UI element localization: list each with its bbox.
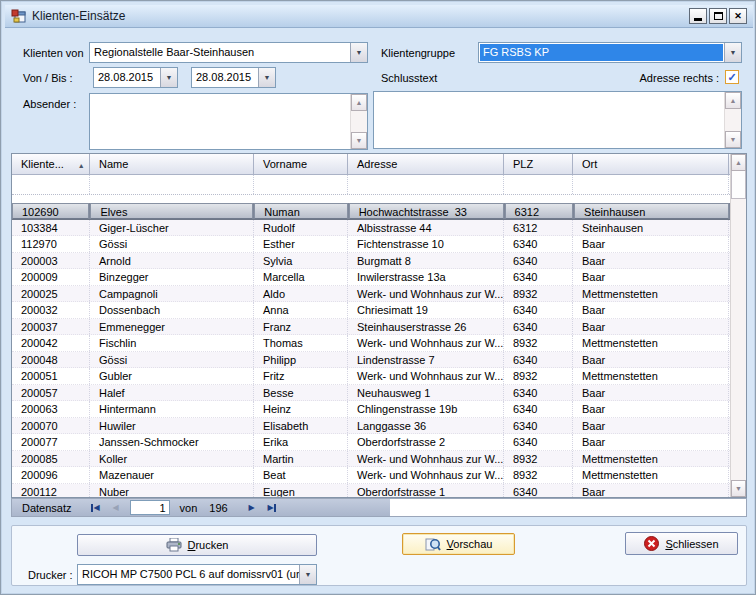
table-cell[interactable]: 200048 [12,352,90,368]
record-position-input[interactable]: 1 [130,500,170,515]
table-cell[interactable]: Gubler [90,368,254,384]
table-cell[interactable]: Thomas [254,335,348,351]
column-header-2[interactable]: Vorname [254,154,348,174]
table-cell[interactable]: Baar [573,401,729,417]
table-cell[interactable]: 200085 [12,451,90,467]
table-cell[interactable]: Halef [90,385,254,401]
drucken-button[interactable]: Drucken [77,534,317,556]
table-row[interactable]: 200032DossenbachAnnaChriesimatt 196340Ba… [12,302,730,319]
table-cell[interactable]: Fritz [254,368,348,384]
table-cell[interactable]: Elves [90,203,253,219]
table-cell[interactable]: 6312 [504,220,573,236]
next-record-button[interactable]: ▶ [242,500,262,515]
table-cell[interactable]: Aldo [254,286,348,302]
table-row[interactable]: 200048GössiPhilippLindenstrasse 76340Baa… [12,352,730,369]
table-cell[interactable]: Steinhausen [573,220,729,236]
schliessen-button[interactable]: Schliessen [625,532,738,555]
table-cell[interactable]: Fischlin [90,335,254,351]
table-cell[interactable]: 6340 [504,385,573,401]
table-cell[interactable]: 6340 [504,434,573,450]
dropdown-button[interactable]: ▼ [724,43,741,62]
table-cell[interactable]: Steinhausen [574,203,729,219]
table-cell[interactable]: Hintermann [90,401,254,417]
filter-cell[interactable] [90,175,254,194]
table-cell[interactable]: Mettmenstetten [573,451,729,467]
table-cell[interactable]: Mettmenstetten [573,368,729,384]
minimize-button[interactable] [689,8,707,24]
table-cell[interactable]: 200070 [12,418,90,434]
filter-cell[interactable] [504,175,573,194]
table-cell[interactable]: Baar [573,484,729,498]
scroll-down-icon[interactable]: ▼ [351,132,367,149]
table-cell[interactable]: Baar [573,253,729,269]
scrollbar[interactable]: ▲ ▼ [350,94,367,149]
table-cell[interactable]: 6340 [504,253,573,269]
table-cell[interactable]: 6340 [504,418,573,434]
table-cell[interactable]: Huwiler [90,418,254,434]
table-cell[interactable]: 200112 [12,484,90,498]
table-cell[interactable]: Anna [254,302,348,318]
table-cell[interactable]: 102690 [12,203,89,219]
table-cell[interactable]: 6340 [504,484,573,498]
table-cell[interactable]: Burgmatt 8 [348,253,504,269]
dropdown-button[interactable]: ▼ [299,565,316,584]
table-cell[interactable]: Werk- und Wohnhaus zur W... [348,286,504,302]
table-cell[interactable]: Esther [254,236,348,252]
table-cell[interactable]: Dossenbach [90,302,254,318]
filter-cell[interactable] [254,175,348,194]
table-row[interactable]: 200096MazenauerBeatWerk- und Wohnhaus zu… [12,467,730,484]
klienten-von-combobox[interactable]: Regionalstelle Baar-Steinhausen ▼ [89,42,368,63]
table-cell[interactable]: Baar [573,302,729,318]
schlusstext-textarea[interactable]: ▲ ▼ [373,91,742,149]
table-cell[interactable]: Heinz [254,401,348,417]
table-cell[interactable]: 8932 [504,467,573,483]
filter-cell[interactable] [348,175,504,194]
table-cell[interactable]: Nuber [90,484,254,498]
table-cell[interactable]: Baar [573,434,729,450]
table-row[interactable]: 200042FischlinThomasWerk- und Wohnhaus z… [12,335,730,352]
table-cell[interactable]: Steinhauserstrasse 26 [348,319,504,335]
table-cell[interactable]: Giger-Lüscher [90,220,254,236]
bis-date-picker[interactable]: 28.08.2015 ▼ [191,67,276,88]
table-row[interactable]: 200003ArnoldSylviaBurgmatt 86340Baar [12,253,730,270]
column-header-5[interactable]: Ort [573,154,729,174]
scrollbar[interactable]: ▲ ▼ [724,92,741,148]
table-cell[interactable]: Chlingenstrasse 19b [348,401,504,417]
table-cell[interactable]: Philipp [254,352,348,368]
table-cell[interactable]: 200096 [12,467,90,483]
table-row[interactable]: 200051GublerFritzWerk- und Wohnhaus zur … [12,368,730,385]
table-cell[interactable]: 200032 [12,302,90,318]
table-cell[interactable]: Werk- und Wohnhaus zur W... [348,467,504,483]
table-cell[interactable]: Oberdorfstrasse 1 [348,484,504,498]
last-record-button[interactable]: ▶ [262,500,282,515]
maximize-button[interactable] [709,8,727,24]
table-cell[interactable]: 6340 [504,352,573,368]
table-cell[interactable]: 8932 [504,286,573,302]
table-cell[interactable]: Emmenegger [90,319,254,335]
table-row[interactable]: 200077Janssen-SchmockerErikaOberdorfstra… [12,434,730,451]
column-header-3[interactable]: Adresse [348,154,504,174]
table-cell[interactable]: Fichtenstrasse 10 [348,236,504,252]
dropdown-button[interactable]: ▼ [258,68,275,87]
table-cell[interactable]: Oberdorfstrasse 2 [348,434,504,450]
scrollbar-thumb[interactable] [731,171,746,199]
dropdown-button[interactable]: ▼ [350,43,367,62]
table-cell[interactable]: Sylvia [254,253,348,269]
table-row[interactable]: 200112NuberEugenOberdorfstrasse 16340Baa… [12,484,730,498]
table-cell[interactable]: 6340 [504,302,573,318]
table-row[interactable]: 200037EmmeneggerFranzSteinhauserstrasse … [12,319,730,336]
drucker-combobox[interactable]: RICOH MP C7500 PCL 6 auf domissrv01 (um … [77,564,317,585]
table-cell[interactable]: Koller [90,451,254,467]
table-cell[interactable]: Elisabeth [254,418,348,434]
column-header-1[interactable]: Name [90,154,254,174]
filter-cell[interactable] [573,175,729,194]
table-cell[interactable]: Langgasse 36 [348,418,504,434]
table-cell[interactable]: Franz [254,319,348,335]
scroll-up-icon[interactable]: ▲ [725,92,741,109]
table-cell[interactable]: 6312 [505,203,574,219]
table-row[interactable]: 103384Giger-LüscherRudolfAlbisstrasse 44… [12,220,730,237]
table-cell[interactable]: Mettmenstetten [573,286,729,302]
absender-textarea[interactable]: ▲ ▼ [89,93,368,150]
table-cell[interactable]: Chriesimatt 19 [348,302,504,318]
column-header-0[interactable]: Kliente...▲ [12,154,90,174]
